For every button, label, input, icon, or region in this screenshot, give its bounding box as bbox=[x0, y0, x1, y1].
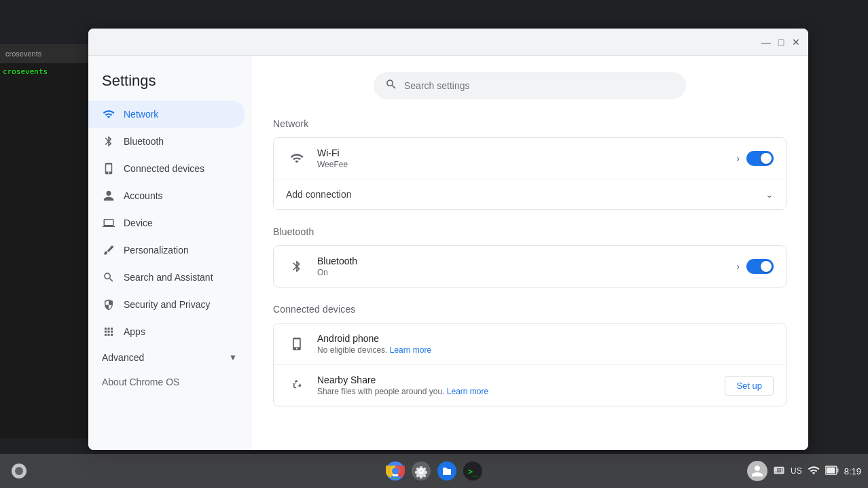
taskbar: >_ US bbox=[0, 454, 868, 488]
add-connection-label: Add connection bbox=[286, 189, 765, 200]
bluetooth-card: Bluetooth On › bbox=[273, 245, 786, 287]
sidebar-item-accounts-label: Accounts bbox=[124, 190, 163, 201]
sidebar-item-security-privacy-label: Security and Privacy bbox=[124, 299, 211, 310]
taskbar-left bbox=[7, 459, 31, 483]
launcher-circle bbox=[12, 464, 26, 478]
user-avatar[interactable] bbox=[747, 461, 767, 481]
settings-title: Settings bbox=[88, 67, 251, 101]
grid-icon bbox=[102, 325, 115, 338]
android-phone-subtitle: No eligible devices. Learn more bbox=[317, 345, 774, 355]
sidebar-item-bluetooth-label: Bluetooth bbox=[124, 136, 164, 147]
laptop-icon bbox=[102, 216, 115, 230]
bluetooth-name: Bluetooth bbox=[317, 256, 736, 266]
sidebar-item-accounts[interactable]: Accounts bbox=[88, 182, 245, 209]
phone-icon bbox=[102, 162, 115, 175]
android-phone-icon bbox=[286, 333, 308, 355]
sidebar-item-connected-devices-label: Connected devices bbox=[124, 163, 204, 174]
svg-rect-10 bbox=[837, 468, 838, 472]
sidebar-item-personalization[interactable]: Personalization bbox=[88, 237, 245, 264]
nearby-share-icon bbox=[286, 374, 308, 396]
svg-text:>_: >_ bbox=[468, 467, 478, 476]
nearby-share-learn-more-link[interactable]: Learn more bbox=[447, 387, 488, 396]
svg-point-0 bbox=[15, 467, 23, 475]
brush-icon bbox=[102, 243, 115, 257]
svg-point-4 bbox=[392, 468, 399, 474]
connected-devices-card: Android phone No eligible devices. Learn… bbox=[273, 323, 786, 406]
bluetooth-section-title: Bluetooth bbox=[273, 226, 786, 237]
sidebar-advanced[interactable]: Advanced ▼ bbox=[88, 345, 251, 370]
search-bar-wrap bbox=[273, 72, 786, 99]
sidebar-item-personalization-label: Personalization bbox=[124, 245, 189, 256]
nearby-share-text: Nearby Share Share files with people aro… bbox=[317, 374, 725, 396]
person-icon bbox=[102, 189, 115, 203]
battery-icon bbox=[825, 466, 839, 477]
sidebar: Settings Network Bluetooth bbox=[88, 56, 251, 450]
android-phone-learn-more-link[interactable]: Learn more bbox=[390, 345, 431, 355]
advanced-chevron-icon: ▼ bbox=[229, 353, 237, 362]
sidebar-item-apps[interactable]: Apps bbox=[88, 318, 245, 345]
sidebar-about[interactable]: About Chrome OS bbox=[88, 370, 251, 394]
minimize-button[interactable]: — bbox=[761, 37, 772, 48]
terminal-window: crosevents crosevents bbox=[0, 44, 92, 438]
nearby-share-action: Set up bbox=[725, 376, 774, 396]
sidebar-item-bluetooth[interactable]: Bluetooth bbox=[88, 128, 245, 155]
taskbar-apps: >_ bbox=[383, 459, 485, 483]
files-app-icon[interactable] bbox=[435, 459, 459, 483]
android-phone-row: Android phone No eligible devices. Learn… bbox=[274, 324, 786, 365]
wifi-chevron-right-icon: › bbox=[736, 153, 740, 164]
advanced-label: Advanced bbox=[102, 352, 144, 363]
nearby-share-setup-button[interactable]: Set up bbox=[725, 376, 774, 396]
terminal-app-icon[interactable]: >_ bbox=[460, 459, 485, 483]
wifi-network-name: WeeFee bbox=[317, 160, 736, 169]
connected-devices-section-title: Connected devices bbox=[273, 304, 786, 315]
bluetooth-status: On bbox=[317, 268, 736, 277]
bluetooth-row-icon bbox=[286, 256, 308, 277]
main-content: Network Wi-Fi WeeFee › bbox=[251, 56, 808, 450]
wifi-name: Wi-Fi bbox=[317, 147, 736, 158]
nearby-share-name: Nearby Share bbox=[317, 374, 725, 385]
taskbar-right: US 8:19 bbox=[747, 461, 861, 481]
close-button[interactable]: ✕ bbox=[791, 37, 801, 48]
launcher-button[interactable] bbox=[7, 459, 31, 483]
terminal-title: crosevents bbox=[0, 44, 92, 63]
wifi-icon bbox=[102, 107, 115, 121]
network-section-title: Network bbox=[273, 118, 786, 129]
search-input[interactable] bbox=[404, 80, 674, 91]
wifi-toggle[interactable] bbox=[746, 151, 774, 166]
nearby-share-row: Nearby Share Share files with people aro… bbox=[274, 365, 786, 406]
sidebar-item-apps-label: Apps bbox=[124, 326, 145, 337]
android-phone-name: Android phone bbox=[317, 333, 774, 344]
search-icon bbox=[102, 271, 115, 284]
settings-app-icon[interactable] bbox=[409, 459, 433, 483]
bluetooth-toggle[interactable] bbox=[746, 259, 774, 274]
wifi-row-action: › bbox=[736, 151, 774, 166]
android-phone-text: Android phone No eligible devices. Learn… bbox=[317, 333, 774, 355]
search-bar bbox=[374, 72, 686, 99]
taskbar-time: 8:19 bbox=[844, 466, 861, 476]
settings-body: Settings Network Bluetooth bbox=[88, 56, 808, 450]
sidebar-item-network-label: Network bbox=[124, 109, 158, 120]
sidebar-item-search-assistant-label: Search and Assistant bbox=[124, 272, 213, 283]
settings-window: — □ ✕ Settings Network bbox=[88, 29, 808, 450]
svg-rect-11 bbox=[826, 467, 835, 473]
sidebar-item-device[interactable]: Device bbox=[88, 209, 245, 237]
sidebar-item-search-assistant[interactable]: Search and Assistant bbox=[88, 264, 245, 291]
add-connection-chevron-icon: ⌄ bbox=[765, 189, 774, 200]
maximize-button[interactable]: □ bbox=[776, 37, 786, 48]
wifi-row-text: Wi-Fi WeeFee bbox=[317, 147, 736, 169]
add-connection-row[interactable]: Add connection ⌄ bbox=[274, 179, 786, 209]
keyboard-icon[interactable] bbox=[773, 464, 785, 478]
network-card: Wi-Fi WeeFee › Add connection ⌄ bbox=[273, 137, 786, 210]
sidebar-item-security-privacy[interactable]: Security and Privacy bbox=[88, 291, 245, 318]
wifi-row-icon bbox=[286, 147, 308, 169]
nearby-share-subtitle: Share files with people around you. Lear… bbox=[317, 387, 725, 396]
sidebar-item-network[interactable]: Network bbox=[88, 101, 245, 128]
chrome-app-icon[interactable] bbox=[383, 459, 408, 483]
bluetooth-row-text: Bluetooth On bbox=[317, 256, 736, 277]
taskbar-wifi-icon bbox=[808, 464, 820, 478]
bluetooth-row[interactable]: Bluetooth On › bbox=[274, 246, 786, 287]
search-bar-icon bbox=[385, 78, 397, 93]
wifi-row[interactable]: Wi-Fi WeeFee › bbox=[274, 138, 786, 179]
sidebar-item-connected-devices[interactable]: Connected devices bbox=[88, 155, 245, 182]
network-label: US bbox=[791, 466, 802, 476]
